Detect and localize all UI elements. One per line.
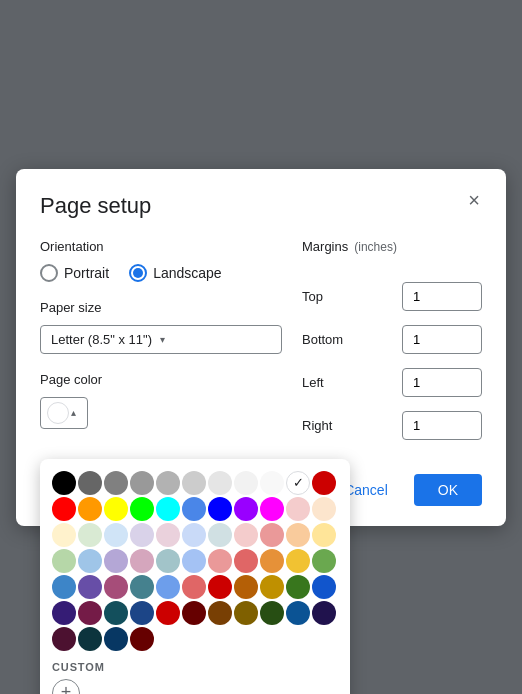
color-dot[interactable] <box>234 575 258 599</box>
color-dot[interactable] <box>312 471 336 495</box>
color-dot[interactable] <box>52 549 76 573</box>
landscape-option[interactable]: Landscape <box>129 264 222 282</box>
color-dot[interactable] <box>78 549 102 573</box>
color-dot[interactable] <box>104 575 128 599</box>
color-grid <box>52 471 338 651</box>
color-dot[interactable] <box>156 523 180 547</box>
color-dot[interactable] <box>234 471 258 495</box>
color-dot[interactable] <box>182 471 206 495</box>
color-dot[interactable] <box>208 575 232 599</box>
color-dot[interactable] <box>208 471 232 495</box>
color-dot[interactable] <box>312 523 336 547</box>
color-dot[interactable] <box>260 549 284 573</box>
color-dot[interactable] <box>286 549 310 573</box>
color-dot[interactable] <box>182 601 206 625</box>
paper-size-label: Paper size <box>40 300 282 315</box>
chevron-up-icon: ▴ <box>71 407 76 418</box>
color-dot[interactable] <box>260 471 284 495</box>
color-dot[interactable] <box>156 497 180 521</box>
color-dot[interactable] <box>104 627 128 651</box>
ok-button[interactable]: OK <box>414 474 482 506</box>
color-dot[interactable] <box>104 549 128 573</box>
color-dot[interactable] <box>130 627 154 651</box>
color-dot[interactable] <box>156 549 180 573</box>
right-margin-label: Right <box>302 418 352 433</box>
color-dot[interactable] <box>260 523 284 547</box>
color-dot[interactable] <box>156 471 180 495</box>
paper-size-select[interactable]: Letter (8.5" x 11") ▾ <box>40 325 282 354</box>
close-button[interactable]: × <box>458 185 490 217</box>
color-dot[interactable] <box>78 471 102 495</box>
left-margin-row: Left <box>302 368 482 397</box>
color-dot[interactable] <box>182 523 206 547</box>
color-dot[interactable] <box>286 523 310 547</box>
color-dot[interactable] <box>78 497 102 521</box>
color-dot[interactable] <box>52 575 76 599</box>
color-dot[interactable] <box>234 523 258 547</box>
bottom-margin-input[interactable] <box>402 325 482 354</box>
left-margin-label: Left <box>302 375 352 390</box>
color-dot[interactable] <box>78 523 102 547</box>
color-dot[interactable] <box>260 497 284 521</box>
left-margin-input[interactable] <box>402 368 482 397</box>
color-dot[interactable] <box>78 575 102 599</box>
color-dot[interactable] <box>286 575 310 599</box>
add-custom-color-button[interactable]: + <box>52 679 80 695</box>
right-panel: Margins (inches) Top Bottom Left Right <box>302 239 482 454</box>
color-dot[interactable] <box>260 601 284 625</box>
color-dot[interactable] <box>234 601 258 625</box>
color-dot[interactable] <box>78 601 102 625</box>
color-dot[interactable] <box>104 497 128 521</box>
color-dot[interactable] <box>312 601 336 625</box>
color-dot[interactable] <box>78 627 102 651</box>
color-dot[interactable] <box>130 601 154 625</box>
color-dot[interactable] <box>130 471 154 495</box>
page-color-label: Page color <box>40 372 282 387</box>
color-dot[interactable] <box>52 523 76 547</box>
color-dot[interactable] <box>130 549 154 573</box>
color-dot[interactable] <box>182 497 206 521</box>
color-dot[interactable] <box>104 523 128 547</box>
color-dot[interactable] <box>208 497 232 521</box>
top-margin-label: Top <box>302 289 352 304</box>
color-dot[interactable] <box>104 471 128 495</box>
color-dot[interactable] <box>130 523 154 547</box>
color-swatch <box>47 402 69 424</box>
landscape-label: Landscape <box>153 265 222 281</box>
color-dot[interactable] <box>182 575 206 599</box>
color-dot[interactable] <box>286 471 310 495</box>
portrait-label: Portrait <box>64 265 109 281</box>
color-dot[interactable] <box>104 601 128 625</box>
margins-unit: (inches) <box>354 240 397 254</box>
color-dot[interactable] <box>52 627 76 651</box>
color-dot[interactable] <box>182 549 206 573</box>
color-dot[interactable] <box>234 497 258 521</box>
page-setup-dialog: Page setup × Orientation Portrait Landsc… <box>16 169 506 526</box>
color-dot[interactable] <box>130 575 154 599</box>
color-dot[interactable] <box>208 601 232 625</box>
color-dot[interactable] <box>52 471 76 495</box>
portrait-radio[interactable] <box>40 264 58 282</box>
landscape-radio[interactable] <box>129 264 147 282</box>
color-dot[interactable] <box>52 601 76 625</box>
top-margin-input[interactable] <box>402 282 482 311</box>
orientation-row: Portrait Landscape <box>40 264 282 282</box>
color-dot[interactable] <box>286 497 310 521</box>
color-dot[interactable] <box>52 497 76 521</box>
color-dot[interactable] <box>260 575 284 599</box>
color-dot[interactable] <box>208 549 232 573</box>
right-margin-row: Right <box>302 411 482 440</box>
color-dot[interactable] <box>156 601 180 625</box>
color-dot[interactable] <box>312 497 336 521</box>
portrait-option[interactable]: Portrait <box>40 264 109 282</box>
color-dot[interactable] <box>286 601 310 625</box>
color-dot[interactable] <box>234 549 258 573</box>
color-dot[interactable] <box>130 497 154 521</box>
color-picker-popup: CUSTOM + <box>40 459 350 695</box>
color-dot[interactable] <box>156 575 180 599</box>
right-margin-input[interactable] <box>402 411 482 440</box>
page-color-button[interactable]: ▴ <box>40 397 88 429</box>
color-dot[interactable] <box>312 549 336 573</box>
color-dot[interactable] <box>208 523 232 547</box>
color-dot[interactable] <box>312 575 336 599</box>
